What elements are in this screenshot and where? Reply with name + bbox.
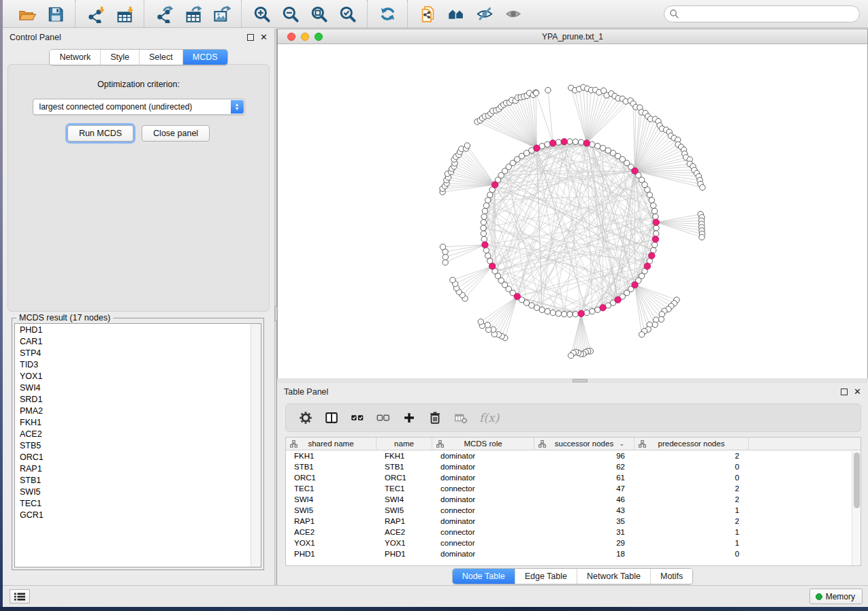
toolbar-group [7, 0, 75, 27]
column-header-shared-name[interactable]: shared name [286, 437, 376, 450]
close-panel-button[interactable]: Close panel [142, 125, 210, 142]
mcds-result-item[interactable]: CAR1 [15, 335, 261, 347]
table-row[interactable]: STB1STB1dominator620 [286, 461, 861, 472]
tab-network[interactable]: Network [50, 50, 100, 65]
network-titlebar[interactable]: YPA_prune.txt_1 [278, 29, 867, 44]
hide-selected-button[interactable] [470, 2, 499, 25]
column-label: MCDS role [464, 440, 502, 448]
memory-button[interactable]: Memory [809, 589, 863, 604]
mcds-result-item[interactable]: TEC1 [15, 497, 261, 509]
trash-button[interactable] [428, 410, 443, 425]
trash-icon [428, 410, 443, 425]
table-tab-motifs[interactable]: Motifs [650, 569, 692, 584]
mcds-result-item[interactable]: RAP1 [15, 463, 261, 474]
columns-button[interactable] [324, 410, 339, 425]
refresh-button[interactable] [373, 2, 402, 25]
select-all-button[interactable] [350, 410, 365, 425]
zoom-out-button[interactable] [276, 2, 304, 25]
table-row[interactable]: RAP1RAP1dominator352 [286, 516, 861, 527]
mcds-result-item[interactable]: YOX1 [15, 370, 261, 382]
mcds-result-item[interactable]: STB5 [15, 440, 261, 451]
close-window-button[interactable] [287, 33, 295, 41]
column-type-icon [436, 440, 444, 448]
task-history-button[interactable] [10, 589, 30, 604]
zoom-in-icon [253, 5, 271, 23]
tab-select[interactable]: Select [139, 50, 182, 65]
close-table-panel-icon[interactable]: ✕ [854, 389, 861, 395]
tab-mcds[interactable]: MCDS [182, 50, 227, 65]
h-splitter-handle[interactable] [573, 379, 588, 382]
mcds-result-item[interactable]: SRD1 [15, 393, 261, 405]
zoom-fit-button[interactable] [304, 2, 333, 25]
mcds-result-item[interactable]: SWI4 [15, 382, 261, 393]
table-tab-edge-table[interactable]: Edge Table [515, 569, 577, 584]
table-row[interactable]: YOX1YOX1connector291 [286, 538, 861, 548]
deselect-all-button[interactable] [376, 410, 391, 425]
table-tab-node-table[interactable]: Node Table [453, 569, 515, 584]
toolbar-group [407, 0, 533, 27]
table-cell: ORC1 [376, 472, 432, 483]
zoom-selected-button[interactable] [333, 2, 361, 25]
gear-button[interactable] [298, 410, 313, 425]
maximize-window-button[interactable] [315, 33, 323, 41]
column-header-successor-nodes[interactable]: successor nodes⌄ [534, 437, 634, 450]
table-row[interactable]: ACE2ACE2connector311 [286, 527, 861, 538]
import-table-button[interactable] [110, 2, 138, 25]
import-network-button[interactable] [81, 2, 110, 25]
table-row[interactable]: TEC1TEC1connector472 [286, 483, 861, 494]
table-row[interactable]: ORC1ORC1dominator610 [286, 472, 861, 483]
network-canvas[interactable] [278, 44, 867, 378]
table-scrollbar[interactable] [852, 451, 861, 565]
column-header-MCDS-role[interactable]: MCDS role [432, 437, 534, 450]
table-cell: ACE2 [376, 527, 432, 538]
optimization-select[interactable]: largest connected component (undirected)… [33, 99, 245, 115]
open-folder-button[interactable] [12, 2, 41, 25]
mcds-result-item[interactable]: PHD1 [15, 324, 261, 335]
table-cell: dominator [432, 472, 534, 483]
mcds-result-item[interactable]: STB1 [15, 474, 261, 486]
table-tab-network-table[interactable]: Network Table [577, 569, 650, 584]
export-network-button[interactable] [150, 2, 178, 25]
table-row[interactable]: PHD1PHD1dominator180 [286, 548, 861, 559]
column-header-name[interactable]: name [376, 437, 432, 450]
export-image-button[interactable] [207, 2, 236, 25]
run-mcds-button[interactable]: Run MCDS [67, 125, 133, 142]
mcds-result-item[interactable]: TID3 [15, 359, 261, 370]
table-scrollbar-thumb[interactable] [854, 452, 860, 508]
table-cell: connector [432, 505, 534, 516]
zoom-in-button[interactable] [247, 2, 276, 25]
export-table-button[interactable] [178, 2, 207, 25]
minimize-window-button[interactable] [301, 33, 309, 41]
mcds-list-scrollbar[interactable] [251, 324, 261, 567]
zoom-fit-icon [310, 5, 328, 23]
float-panel-icon[interactable] [247, 34, 254, 41]
mcds-result-item[interactable]: STP4 [15, 347, 261, 359]
horizontal-splitter[interactable] [277, 378, 868, 383]
tab-style[interactable]: Style [100, 50, 139, 65]
table-row[interactable]: SWI5SWI5connector431 [286, 505, 861, 516]
search-field[interactable] [664, 5, 860, 22]
table-row[interactable]: SWI4SWI4dominator462 [286, 494, 861, 505]
table-cell: 2 [634, 483, 749, 494]
show-all-button[interactable] [499, 2, 528, 25]
new-from-selection-button[interactable] [413, 2, 442, 25]
mcds-result-item[interactable]: GCR1 [15, 509, 261, 521]
mcds-result-item[interactable]: ACE2 [15, 428, 261, 440]
float-table-panel-icon[interactable] [841, 389, 848, 395]
column-header-predecessor-nodes[interactable]: predecessor nodes [634, 437, 749, 450]
table-cell: 62 [534, 461, 634, 472]
mcds-result-item[interactable]: FKH1 [15, 416, 261, 428]
mcds-result-item[interactable]: ORC1 [15, 451, 261, 463]
add-button[interactable] [402, 410, 417, 425]
save-button[interactable] [41, 2, 69, 25]
table-cell: 46 [534, 494, 634, 505]
first-neighbors-button[interactable] [442, 2, 470, 25]
close-panel-icon[interactable]: ✕ [260, 34, 268, 41]
first-neighbors-icon [447, 5, 466, 23]
table-body: FKH1FKH1dominator962STB1STB1dominator620… [286, 450, 861, 559]
mcds-result-item[interactable]: PMA2 [15, 405, 261, 416]
search-input[interactable] [679, 10, 859, 19]
mcds-result-item[interactable]: SWI5 [15, 486, 261, 497]
status-bar: Memory [3, 585, 868, 607]
table-row[interactable]: FKH1FKH1dominator962 [286, 450, 861, 461]
